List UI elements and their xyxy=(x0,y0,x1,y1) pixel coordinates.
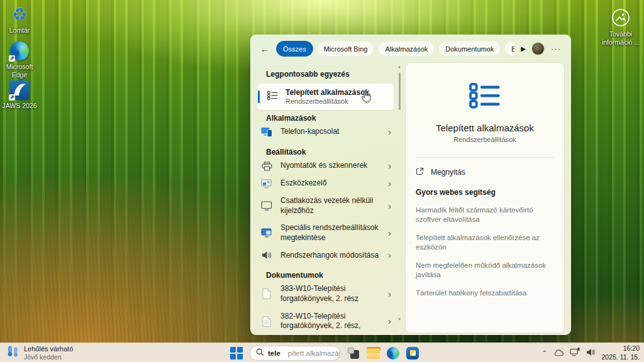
best-match-title: Telepített alkalmazások xyxy=(286,88,369,97)
chevron-right-icon: › xyxy=(388,128,392,136)
edge-taskbar-icon[interactable] xyxy=(387,347,399,359)
search-flyout-panel: ← Összes Microsoft Bing Alkalmazások Dok… xyxy=(250,35,571,335)
open-label: Megnyitás xyxy=(431,168,465,177)
result-item-document-382a[interactable]: 382-W10-Telepítési forgatókönyvek, 2. ré… xyxy=(257,309,394,334)
chevron-right-icon: › xyxy=(388,317,392,326)
preview-subtitle: Rendszerbeállítások xyxy=(416,136,554,143)
spotlight-icon xyxy=(599,5,643,30)
result-label: Rendszerhangok módosítása xyxy=(280,251,380,261)
chevron-right-icon: › xyxy=(388,251,392,260)
section-heading-apps: Alkalmazások xyxy=(266,114,394,123)
weather-subline: Jövő kedden xyxy=(24,353,73,361)
preview-divider xyxy=(416,157,554,158)
search-icon xyxy=(256,348,264,359)
avatar[interactable] xyxy=(532,43,544,55)
result-label: Nyomtatók és szkennerek xyxy=(280,161,380,171)
result-label: Eszközkezelő xyxy=(280,178,380,189)
open-action[interactable]: Megnyitás xyxy=(416,167,554,177)
speaker-icon[interactable] xyxy=(586,348,596,359)
desktop-icon-edge[interactable]: ↗ Microsoft Edge xyxy=(0,40,39,79)
scroll-up-icon[interactable]: ▲ xyxy=(397,65,402,69)
result-label: 382-W10-Telepítési forgatókönyvek, 2. ré… xyxy=(280,312,380,331)
chevron-right-icon: › xyxy=(388,229,392,238)
open-external-icon xyxy=(416,167,424,177)
section-heading-settings: Beállítások xyxy=(266,148,394,156)
desktop-icon-label: Microsoft Edge xyxy=(0,63,39,79)
onedrive-cloud-icon[interactable] xyxy=(553,348,564,359)
tab-dokumentumok[interactable]: Dokumentumok xyxy=(438,41,501,57)
result-item-system-sounds[interactable]: Rendszerhangok módosítása › xyxy=(257,247,394,263)
weather-headline: Lehűlés várható xyxy=(24,345,73,353)
printer-icon xyxy=(260,162,273,171)
shortcut-arrow-icon: ↗ xyxy=(9,94,15,101)
section-heading-best-match: Legpontosabb egyezés xyxy=(266,70,394,79)
search-suggestion-text: pített alkalmazások xyxy=(288,349,340,357)
task-view-icon[interactable] xyxy=(347,347,360,359)
chevron-right-icon: › xyxy=(388,290,392,299)
desktop-icon-label: Lomtár xyxy=(0,26,39,35)
desktop-icon-label: JAWS 2026 xyxy=(0,102,39,110)
network-icon[interactable] xyxy=(570,348,580,359)
desktop-icon-jaws[interactable]: ↗ JAWS 2026 xyxy=(0,79,39,110)
play-icon[interactable]: ▶ xyxy=(519,45,527,52)
file-explorer-icon[interactable] xyxy=(367,349,380,359)
clock[interactable]: 16:20 2025. 11. 15. xyxy=(601,344,640,361)
taskbar-search-input[interactable]: telepített alkalmazások xyxy=(250,346,340,361)
preview-title: Telepített alkalmazások xyxy=(416,123,554,133)
installed-apps-icon xyxy=(267,91,278,102)
best-match-item[interactable]: Telepített alkalmazások Rendszerbeállítá… xyxy=(257,84,394,110)
tab-beallitasok[interactable]: Beállítások xyxy=(504,41,514,57)
web-help-link[interactable]: Nem megfelelően működő alkalmazások javí… xyxy=(416,261,554,280)
search-filter-bar: ← Összes Microsoft Bing Alkalmazások Dok… xyxy=(250,35,571,62)
search-results-list: Legpontosabb egyezés Telepített alkalmaz… xyxy=(250,62,402,335)
chevron-right-icon: › xyxy=(388,202,392,211)
filter-tabs: Összes Microsoft Bing Alkalmazások Dokum… xyxy=(276,41,514,57)
document-icon xyxy=(260,288,273,299)
result-item-phone-link[interactable]: Telefon-kapcsolat › xyxy=(257,124,394,140)
web-help-link[interactable]: Telepített alkalmazások ellenőrzése az e… xyxy=(416,233,554,252)
phone-link-icon xyxy=(260,127,273,137)
result-label: 383-W10-Telepítési forgatókönyvek, 2. ré… xyxy=(280,284,380,304)
result-item-device-manager[interactable]: Eszközkezelő › xyxy=(257,175,394,192)
best-match-subtitle: Rendszerbeállítások xyxy=(286,97,369,106)
taskbar: Lehűlés várható Jövő kedden telepített a… xyxy=(0,343,644,362)
result-item-advanced-system-settings[interactable]: Speciális rendszerbeállítások megtekinté… xyxy=(257,220,394,246)
weather-widget[interactable]: Lehűlés várható Jövő kedden xyxy=(3,343,77,362)
recycle-bin-icon: ♻ xyxy=(10,4,29,25)
section-heading-documents: Dokumentumok xyxy=(266,271,394,280)
more-icon[interactable]: ··· xyxy=(549,44,563,53)
chevron-up-icon[interactable]: ⌃ xyxy=(541,349,547,356)
document-icon xyxy=(260,316,273,327)
web-help-link[interactable]: Harmadik féltől származó kártevőirtó szo… xyxy=(416,206,554,224)
wireless-display-icon xyxy=(260,201,273,211)
scroll-down-icon[interactable]: ▼ xyxy=(397,317,402,321)
tab-osszes[interactable]: Összes xyxy=(276,41,313,57)
system-settings-icon xyxy=(260,228,273,238)
desktop-icon-label: További információ ... xyxy=(599,30,643,46)
result-item-printers[interactable]: Nyomtatók és szkennerek › xyxy=(257,158,394,174)
installed-apps-icon-large xyxy=(416,83,554,109)
start-icon[interactable] xyxy=(230,347,243,359)
result-item-wireless-display[interactable]: Csatlakozás vezeték nélküli kijelzőhöz › xyxy=(257,193,394,219)
tab-microsoft-bing[interactable]: Microsoft Bing xyxy=(317,41,375,57)
tray-time: 16:20 xyxy=(601,344,640,353)
thermometer-icon xyxy=(7,346,20,360)
tab-alkalmazasok[interactable]: Alkalmazások xyxy=(378,41,435,57)
desktop-icon-recycle-bin[interactable]: ♻ Lomtár xyxy=(0,4,39,35)
hand-cursor xyxy=(361,90,372,106)
result-label: Telefon-kapcsolat xyxy=(280,127,380,137)
results-scrollbar[interactable]: ▲ ▼ xyxy=(397,65,402,330)
result-item-document-383[interactable]: 383-W10-Telepítési forgatókönyvek, 2. ré… xyxy=(257,281,394,307)
result-label: Speciális rendszerbeállítások megtekinté… xyxy=(280,223,380,243)
chevron-right-icon: › xyxy=(388,179,392,188)
search-typed-text: tele xyxy=(268,349,280,357)
scrollbar-thumb[interactable] xyxy=(399,72,401,110)
back-arrow-icon[interactable]: ← xyxy=(258,43,271,54)
result-label: Csatlakozás vezeték nélküli kijelzőhöz xyxy=(280,196,380,216)
system-tray: ⌃ 16:20 2025. 11. 15. xyxy=(541,343,640,362)
shortcut-arrow-icon: ↗ xyxy=(9,55,15,62)
device-manager-icon xyxy=(260,179,273,189)
desktop-icon-spotlight[interactable]: További információ ... xyxy=(599,5,643,46)
web-help-link[interactable]: Tárterület hatékony felszabadítása xyxy=(416,288,554,298)
store-app-icon[interactable] xyxy=(406,347,419,359)
